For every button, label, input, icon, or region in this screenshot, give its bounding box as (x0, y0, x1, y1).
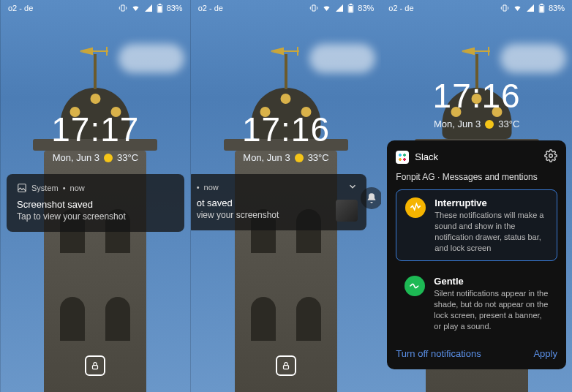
notif-sep: • (63, 184, 66, 192)
notification-card[interactable]: • now ot saved view your screenshot (191, 174, 367, 230)
carrier-label: o2 - de (388, 4, 413, 12)
option-desc: These notifications will make a sound an… (434, 210, 548, 253)
carrier-label: o2 - de (198, 4, 223, 12)
status-bar: o2 - de 83% (191, 0, 382, 16)
temp-label: 33°C (117, 152, 138, 163)
svg-rect-4 (93, 366, 98, 369)
time-label: 17:17 (1, 110, 190, 149)
vibrate-icon (500, 4, 509, 12)
svg-rect-2 (158, 6, 162, 12)
phone-screen-3: o2 - de 83% 17:16 Mon, Jun 3 33°C Slack … (381, 0, 572, 392)
lockscreen-clock: 17:17 Mon, Jun 3 33°C (1, 110, 190, 163)
bell-icon[interactable] (361, 187, 381, 209)
date-label: Mon, Jun 3 (434, 118, 481, 129)
status-bar: o2 - de 83% (381, 0, 572, 16)
lockscreen-clock: 17:16 Mon, Jun 3 33°C (191, 110, 382, 163)
image-icon (17, 183, 27, 193)
option-desc: Silent notifications appear in the shade… (434, 288, 549, 331)
svg-rect-10 (541, 4, 543, 5)
notif-sep: • (197, 183, 200, 192)
wifi-icon (131, 4, 140, 12)
phone-screen-1: o2 - de 83% 17:17 Mon, Jun 3 33°C System… (0, 0, 191, 392)
notif-body: Tap to view your screenshot (17, 211, 174, 222)
status-bar: o2 - de 83% (1, 0, 190, 16)
lock-icon[interactable] (276, 355, 296, 376)
signal-icon (526, 4, 535, 12)
svg-rect-1 (159, 4, 161, 5)
notif-when: now (70, 184, 85, 192)
option-title: Interruptive (434, 197, 548, 208)
svg-rect-8 (283, 366, 288, 369)
panel-app-row: Slack (396, 151, 438, 164)
weather-sun-icon (104, 154, 113, 162)
notif-body: view your screenshot (197, 210, 357, 220)
notif-thumbnail[interactable] (336, 200, 358, 222)
panel-app-name: Slack (415, 151, 438, 162)
date-label: Mon, Jun 3 (243, 152, 290, 163)
chevron-down-icon[interactable] (347, 181, 358, 194)
svg-rect-3 (18, 184, 26, 192)
weather-sun-icon (485, 120, 494, 129)
battery-pct: 83% (358, 4, 374, 12)
battery-pct: 83% (167, 4, 183, 12)
date-label: Mon, Jun 3 (53, 152, 99, 163)
option-interruptive[interactable]: Interruptive These notifications will ma… (396, 189, 557, 261)
notif-title: Screenshot saved (17, 199, 174, 210)
option-gentle[interactable]: Gentle Silent notifications appear in th… (396, 268, 557, 339)
svg-rect-6 (350, 4, 352, 5)
interruptive-icon (405, 197, 426, 218)
battery-icon (347, 4, 354, 13)
notif-app: System (31, 184, 59, 192)
lockscreen-clock: 17:16 Mon, Jun 3 33°C (381, 76, 572, 129)
time-label: 17:16 (191, 110, 382, 149)
notification-card[interactable]: System • now Screenshot saved Tap to vie… (7, 174, 184, 232)
wifi-icon (513, 4, 522, 12)
gentle-icon (404, 276, 425, 296)
vibrate-icon (309, 4, 318, 12)
notif-title: ot saved (197, 197, 357, 208)
gear-icon[interactable] (544, 149, 557, 165)
weather-sun-icon (295, 154, 304, 162)
panel-subtitle: Fonpit AG · Messages and mentions (396, 172, 557, 182)
carrier-label: o2 - de (8, 4, 33, 12)
signal-icon (144, 4, 153, 12)
vibrate-icon (118, 4, 127, 12)
apply-button[interactable]: Apply (533, 348, 557, 359)
notif-when: now (204, 183, 219, 192)
wifi-icon (322, 4, 331, 12)
svg-rect-11 (540, 6, 543, 12)
phone-screen-2: o2 - de 83% 17:16 Mon, Jun 3 33°C • now … (191, 0, 382, 392)
slack-icon (396, 151, 409, 164)
notification-settings-panel: Slack Fonpit AG · Messages and mentions … (387, 140, 566, 369)
battery-pct: 83% (549, 4, 565, 12)
temp-label: 33°C (308, 152, 329, 163)
svg-point-12 (549, 154, 553, 158)
time-label: 17:16 (381, 76, 572, 116)
temp-label: 33°C (498, 118, 519, 129)
svg-rect-7 (349, 6, 353, 12)
turn-off-notifications-link[interactable]: Turn off notifications (396, 348, 481, 359)
signal-icon (335, 4, 344, 12)
battery-icon (538, 4, 545, 13)
battery-icon (157, 4, 163, 13)
lock-icon[interactable] (85, 355, 105, 376)
option-title: Gentle (434, 276, 549, 287)
